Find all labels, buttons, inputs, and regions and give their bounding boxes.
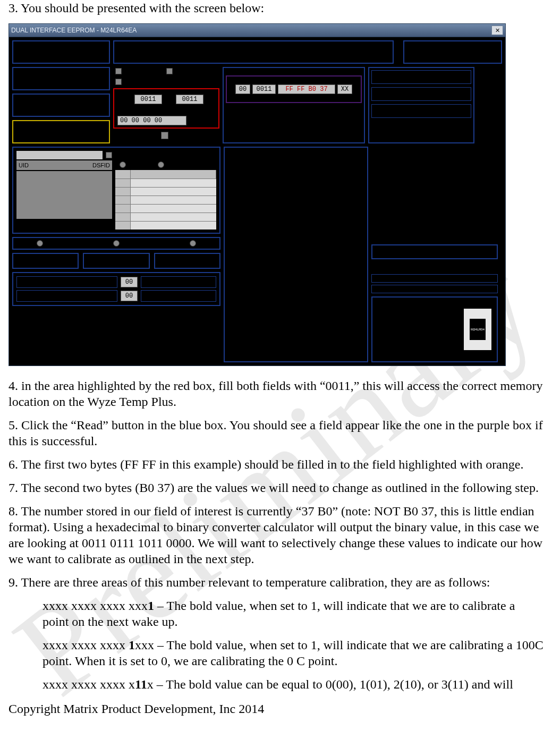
checkbox-5[interactable] — [106, 152, 112, 158]
radio-b[interactable] — [113, 240, 120, 247]
purple-field-4: XX — [337, 84, 352, 94]
radio-2[interactable] — [158, 162, 164, 168]
close-button[interactable]: ✕ — [491, 26, 503, 35]
uid-header: UID DSFID — [16, 160, 112, 170]
compact-value-2: 00 — [121, 291, 138, 301]
app-window: DUAL INTERFACE EEPROM - M24LR64EA ✕ — [9, 23, 506, 366]
right-button-2[interactable] — [371, 87, 471, 101]
bottom-button-3[interactable] — [154, 253, 220, 269]
red-wide-input[interactable]: 00 00 00 00 — [117, 116, 186, 125]
radio-c[interactable] — [190, 240, 196, 247]
right-button-column — [368, 67, 474, 143]
chip-label: M24LR04 — [470, 319, 486, 340]
table-cell — [115, 196, 130, 204]
checkbox-1[interactable] — [115, 68, 122, 74]
data-column: 00 0011 FF FF B0 37 XX — [223, 67, 365, 143]
left-button-column — [12, 67, 110, 143]
left-button-2[interactable] — [12, 94, 110, 117]
bottom-button-1[interactable] — [12, 253, 79, 269]
chip-preview-panel: M24LR04 — [371, 296, 498, 362]
top-panel-wide — [113, 40, 394, 64]
data-table — [115, 151, 216, 230]
purple-field-1: 00 — [235, 84, 250, 94]
orange-highlight-field[interactable] — [12, 120, 110, 143]
gray-bar-1 — [16, 151, 103, 159]
table-cell — [115, 187, 130, 196]
table-cell — [130, 187, 216, 196]
red-input-2[interactable]: 0011 — [176, 95, 203, 104]
purple-highlight-box: 00 0011 FF FF B0 37 XX — [226, 75, 362, 103]
step-4: 4. in the area highlighted by the red bo… — [9, 378, 543, 410]
purple-field-2: 0011 — [252, 84, 276, 94]
left-button-1[interactable] — [12, 67, 110, 90]
right-lower-bar-1 — [371, 274, 498, 283]
right-button-1[interactable] — [371, 70, 471, 84]
step-8: 8. The number stored in our field of int… — [9, 503, 543, 567]
table-cell — [130, 179, 216, 187]
table-header-2 — [131, 170, 216, 179]
right-button-3[interactable] — [371, 104, 471, 118]
copyright-line: Copyright Matrix Product Development, In… — [9, 702, 543, 716]
title-bar: DUAL INTERFACE EEPROM - M24LR64EA ✕ — [9, 24, 505, 37]
bullet-c-pre: xxxx xxxx xxxx x — [43, 677, 135, 691]
radio-1[interactable] — [120, 162, 126, 168]
red-input-1[interactable]: 0011 — [134, 95, 162, 104]
step-9: 9. There are three areas of this number … — [9, 574, 543, 590]
step-7: 7. The second two bytes (B0 37) are the … — [9, 480, 543, 496]
radio-a[interactable] — [37, 240, 43, 247]
checkbox-3[interactable] — [115, 79, 122, 85]
uid-list — [16, 171, 112, 219]
compact-btn-1[interactable] — [141, 276, 216, 288]
table-cell — [115, 221, 130, 230]
bullet-c: xxxx xxxx xxxx x11x – The bold value can… — [43, 676, 543, 692]
uid-label: UID — [19, 162, 29, 168]
red-highlight-box: 0011 0011 00 00 00 00 — [113, 88, 219, 129]
chip-icon: M24LR04 — [464, 308, 491, 351]
purple-field-3: FF FF B0 37 — [278, 84, 335, 94]
bullet-a-bold: 1 — [148, 599, 154, 613]
bullet-b-pre: xxxx xxxx xxxx — [43, 638, 129, 652]
bullet-a-pre: xxxx xxxx xxxx xxx — [43, 599, 148, 613]
compact-field-1[interactable] — [16, 276, 117, 288]
table-cell — [130, 204, 216, 213]
compact-field-2[interactable] — [16, 290, 117, 302]
dsfid-label: DSFID — [92, 162, 110, 168]
right-lower-bar-2 — [371, 285, 498, 293]
bottom-button-2[interactable] — [83, 253, 149, 269]
compact-section: 00 00 — [12, 272, 220, 306]
bullet-c-bold: 11 — [135, 677, 147, 691]
right-lower-button[interactable] — [371, 244, 498, 259]
table-header-1 — [115, 170, 131, 179]
center-lower-panel — [224, 147, 368, 362]
bullet-a: xxxx xxxx xxxx xxx1 – The bold value, wh… — [43, 598, 543, 630]
table-cell — [115, 213, 130, 221]
radio-group — [12, 237, 220, 250]
checkbox-2[interactable] — [166, 68, 173, 74]
compact-btn-2[interactable] — [141, 290, 216, 302]
table-cell — [130, 213, 216, 221]
center-column: 0011 0011 00 00 00 00 — [113, 67, 219, 143]
table-cell — [115, 179, 130, 187]
top-panel-left — [12, 40, 110, 64]
step-3-intro: 3. You should be presented with the scre… — [9, 0, 543, 16]
close-icon: ✕ — [495, 27, 500, 34]
checkbox-4[interactable] — [161, 132, 168, 139]
bullet-c-post: x – The bold value can be equal to 0(00)… — [147, 677, 513, 691]
table-cell — [130, 221, 216, 230]
compact-value-1: 00 — [121, 277, 138, 287]
window-title: DUAL INTERFACE EEPROM - M24LR64EA — [11, 27, 137, 34]
bullet-b: xxxx xxxx xxxx 1xxx – The bold value, wh… — [43, 637, 543, 669]
uid-panel: UID DSFID — [12, 147, 220, 234]
step-6: 6. The first two bytes (FF FF in this ex… — [9, 456, 543, 472]
bullet-b-bold: 1 — [129, 638, 135, 652]
step-5: 5. Click the “Read” button in the blue b… — [9, 417, 543, 449]
table-cell — [115, 204, 130, 213]
top-panel-right — [403, 40, 502, 64]
table-cell — [130, 196, 216, 204]
